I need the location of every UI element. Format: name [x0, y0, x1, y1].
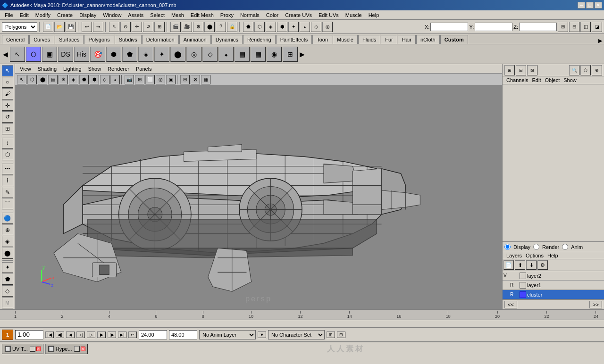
tb-btn-4[interactable]: ⬢	[277, 22, 287, 32]
vp-menu-lighting[interactable]: Lighting	[60, 66, 84, 72]
maximize-button[interactable]: □	[586, 2, 594, 8]
ep-curve-tool[interactable]: ⌇	[2, 175, 13, 186]
tb-btn-6[interactable]: ⬥	[300, 22, 310, 32]
shelf-tab-custom[interactable]: Custom	[440, 35, 468, 44]
edit-menu[interactable]: Edit	[530, 77, 543, 83]
soft-select-tool[interactable]: ⬡	[2, 149, 13, 160]
play-fwd-btn[interactable]: ▷	[87, 331, 95, 338]
shelf-icon-6[interactable]: 🎯	[90, 47, 105, 62]
tb-btn-8[interactable]: ◎	[322, 22, 333, 32]
vp-wireframe-btn[interactable]: ⬡	[27, 75, 37, 84]
menu-muscle[interactable]: Muscle	[343, 12, 365, 18]
anim-layer-arrow[interactable]: ▼	[258, 331, 266, 338]
vp-shaded-btn[interactable]: ⬤	[38, 75, 47, 84]
end-frame-display[interactable]: 48.00	[169, 330, 197, 339]
tb-btn-3[interactable]: ◈	[266, 22, 276, 32]
select-button[interactable]: ↖	[109, 22, 119, 32]
layers-menu[interactable]: Layers	[504, 253, 524, 258]
rp-tb-btn6[interactable]: ⊕	[592, 65, 602, 75]
rotate-tool[interactable]: ↺	[2, 111, 13, 123]
menu-create[interactable]: Create	[54, 12, 76, 18]
move-button[interactable]: ✛	[132, 22, 142, 32]
menu-help[interactable]: Help	[366, 12, 382, 18]
shelf-icon-2[interactable]: ⬡	[26, 47, 41, 62]
render-radio[interactable]	[533, 244, 539, 250]
layers-help-menu[interactable]: Help	[545, 253, 560, 258]
layers-next-btn[interactable]: >>	[589, 301, 602, 308]
shelf-tab-muscle[interactable]: Muscle	[333, 35, 358, 44]
shelf-icon-15[interactable]: ▤	[235, 47, 250, 62]
prev-key-btn[interactable]: ◀|	[56, 331, 64, 338]
new-scene-button[interactable]: 📄	[43, 22, 53, 32]
arc-tool[interactable]: ⌒	[2, 199, 13, 210]
step-fwd-btn[interactable]: ▶	[97, 331, 106, 338]
x-input[interactable]	[430, 23, 468, 31]
cluster-ref[interactable]: R	[510, 292, 519, 297]
lt-btn-extra1[interactable]: ◈	[2, 236, 13, 247]
title-bar-controls[interactable]: ─ □ ✕	[578, 2, 602, 8]
close-button[interactable]: ✕	[595, 2, 602, 8]
shelf-icon-1[interactable]: ↖	[10, 47, 25, 62]
paint-tool[interactable]: 🖌	[2, 88, 13, 99]
layers-options-menu[interactable]: Options	[524, 253, 545, 258]
lt-btn-extra5[interactable]: ◇	[2, 285, 13, 297]
shelf-tab-ncloth[interactable]: nCloth	[416, 35, 440, 44]
layers-prev-btn[interactable]: <<	[504, 301, 517, 308]
lt-btn-extra2[interactable]: ⬤	[2, 248, 13, 259]
help-button[interactable]: ?	[216, 22, 226, 32]
timeline-ruler[interactable]: 1 2 4 6 8 10 12 14 16 18 20 22 24	[0, 310, 604, 320]
undo-button[interactable]: ↩	[82, 22, 92, 32]
tb-btn-end2[interactable]: ◪	[592, 22, 602, 32]
rp-tb-btn1[interactable]: ⊞	[504, 65, 515, 75]
vp-menu-view[interactable]: View	[17, 66, 34, 72]
shelf-tab-surfaces[interactable]: Surfaces	[55, 35, 84, 44]
minimize-button[interactable]: ─	[578, 2, 585, 8]
sphere-button[interactable]: ⬤	[204, 22, 215, 32]
tb-btn-end1[interactable]: ◫	[580, 22, 591, 32]
shelf-arrow-left[interactable]: ◀	[2, 50, 9, 58]
char-set-select[interactable]: No Character Set	[268, 330, 325, 339]
shelf-icon-5[interactable]: His	[74, 47, 89, 62]
task-hyper-minimize[interactable]: _	[74, 346, 80, 352]
shelf-tab-subdivs[interactable]: Subdivs	[115, 35, 142, 44]
rp-tb-btn2[interactable]: ⊟	[516, 65, 526, 75]
shelf-icon-11[interactable]: ⬤	[170, 47, 185, 62]
step-back-btn[interactable]: ◀	[66, 331, 75, 338]
tb-btn-7[interactable]: ◇	[311, 22, 321, 32]
layer-row-cluster[interactable]: R cluster	[503, 290, 604, 299]
task-uv-close[interactable]: ✕	[36, 347, 41, 351]
shelf-arrow-right[interactable]: ▶	[299, 50, 306, 58]
shelf-tab-curves[interactable]: Curves	[29, 35, 54, 44]
shelf-more-button[interactable]: ▶	[598, 38, 602, 44]
vp-cam-btn[interactable]: 📷	[125, 75, 134, 84]
layer-row-layer2[interactable]: V layer2	[503, 271, 604, 281]
menu-assets[interactable]: Assets	[125, 12, 146, 18]
anim-layer-select[interactable]: No Anim Layer	[199, 330, 256, 339]
shelf-tab-fluids[interactable]: Fluids	[358, 35, 380, 44]
show-menu[interactable]: Show	[562, 77, 579, 83]
shelf-icon-3[interactable]: ▣	[42, 47, 57, 62]
menu-mesh[interactable]: Mesh	[168, 12, 187, 18]
grid-button[interactable]: ⊞	[558, 22, 568, 32]
vp-select-btn[interactable]: ↖	[17, 75, 26, 84]
menu-edit-mesh[interactable]: Edit Mesh	[188, 12, 217, 18]
shelf-tab-painteffects[interactable]: PaintEffects	[276, 35, 312, 44]
channels-menu[interactable]: Channels	[504, 77, 530, 83]
vp-obj-btn[interactable]: ◈	[69, 75, 78, 84]
menu-modify[interactable]: Modify	[33, 12, 53, 18]
tb-btn-5[interactable]: ✦	[288, 22, 299, 32]
shelf-tab-hair[interactable]: Hair	[398, 35, 416, 44]
char-set-btn1[interactable]: ⊞	[327, 331, 335, 338]
shelf-tab-fur[interactable]: Fur	[381, 35, 397, 44]
vp-orn-btn[interactable]: ◎	[156, 75, 165, 84]
task-uv-minimize[interactable]: _	[30, 346, 35, 352]
lt-btn-extra4[interactable]: ⬟	[2, 273, 13, 285]
start-frame-display[interactable]: 24.00	[139, 330, 167, 339]
shelf-tab-dynamics[interactable]: Dynamics	[211, 35, 243, 44]
shelf-tab-rendering[interactable]: Rendering	[243, 35, 276, 44]
vp-light-btn[interactable]: ☀	[59, 75, 68, 84]
shelf-icon-8[interactable]: ⬟	[122, 47, 137, 62]
task-hypergraph[interactable]: 🔲 Hype... _ ✕	[45, 344, 88, 354]
manipulator-tool[interactable]: ↕	[2, 138, 13, 149]
display-radio[interactable]	[504, 244, 511, 250]
